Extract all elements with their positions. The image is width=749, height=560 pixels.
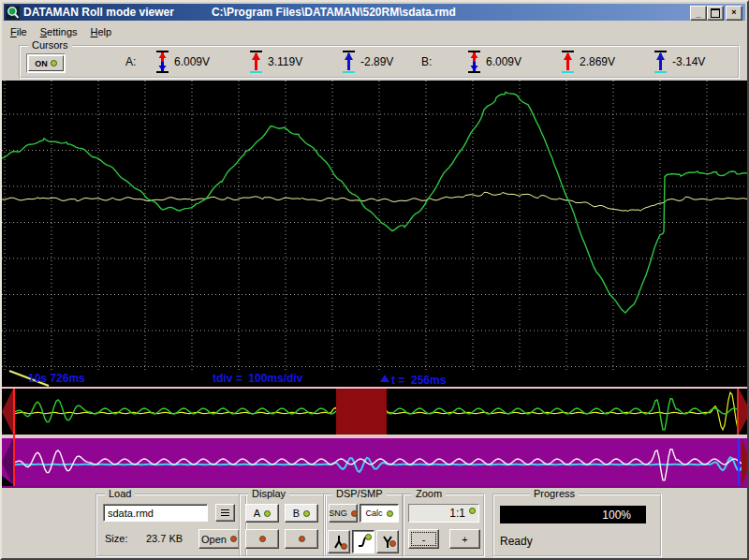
overview-waveforms-2 [2, 438, 749, 486]
overview-strip-main[interactable] [2, 389, 749, 435]
display-caption: Display [248, 488, 289, 499]
load-group: Load Size: 23.7 KB Open [95, 494, 247, 557]
display-group: Display A B [239, 494, 327, 557]
calc-button[interactable]: Calc [360, 504, 399, 523]
channel-a-label: A [254, 508, 260, 519]
interp-smooth-button[interactable] [352, 530, 374, 553]
zoom-out-button[interactable]: - [408, 529, 439, 549]
close-button[interactable]: × [726, 6, 742, 21]
cursors-on-label: ON [35, 59, 48, 68]
zoom-ratio-value: 1:1 [449, 507, 465, 520]
zoom-led-icon [469, 508, 476, 514]
cursor-b-label: B: [421, 55, 432, 68]
red-max-arrow-icon [560, 50, 576, 74]
app-magnifier-icon [6, 6, 20, 20]
zoom-in-label: + [462, 534, 467, 545]
blue-min-arrow-icon [653, 50, 668, 74]
red-max-arrow-icon [248, 50, 264, 74]
title-bar: DATAMAN Roll mode viewer C:\Program File… [4, 4, 745, 21]
interp-step-button[interactable] [328, 530, 350, 553]
window-title: DATAMAN Roll mode viewer [23, 6, 174, 19]
channel-c-button[interactable] [245, 529, 279, 549]
menu-settings[interactable]: Settings [34, 24, 84, 39]
cursor-b-position-line[interactable] [738, 438, 740, 486]
cursor-b-min-value: -3.14V [672, 55, 705, 68]
ready-status: Ready [500, 535, 533, 548]
progress-group: Progress 100% Ready [492, 494, 662, 557]
right-marker-line [737, 389, 739, 435]
size-label: Size: [105, 533, 127, 544]
delta-icon [380, 375, 389, 382]
status-tdiv: tdiv = 100ms/div [213, 372, 302, 385]
cursor-b-pp-value: 6.009V [486, 55, 521, 68]
sng-label: SNG [329, 508, 347, 518]
close-icon: × [731, 7, 736, 17]
open-led-icon [230, 536, 237, 542]
zoom-ratio-display: 1:1 [408, 504, 479, 523]
interp-smooth-led-icon [365, 534, 372, 540]
scope-waveforms [2, 81, 749, 370]
window-title-path: C:\Program Files\DATAMAN\520RM\sdata.rmd [212, 6, 456, 19]
file-list-button[interactable] [215, 504, 235, 522]
calc-label: Calc [365, 508, 382, 518]
interp-step-led-icon [341, 543, 347, 550]
channel-b-label: B [293, 508, 300, 519]
zoom-out-label: - [422, 534, 426, 545]
app-window: DATAMAN Roll mode viewer C:\Program File… [0, 0, 749, 560]
status-delta-t: t = 256ms [380, 372, 391, 385]
channel-d-button[interactable] [285, 529, 318, 549]
menu-help[interactable]: Help [84, 24, 119, 39]
cursors-on-button[interactable]: ON [28, 55, 64, 71]
interp-linear-button[interactable] [376, 530, 399, 553]
status-time: 10s 726ms [28, 372, 85, 385]
cursors-caption: Cursors [28, 39, 72, 51]
cursor-a-position-line[interactable] [13, 389, 15, 486]
cursors-group: Cursors ON A: 6.009V 3.119V [19, 45, 740, 79]
channel-a-button[interactable]: A [245, 504, 279, 523]
selection-region[interactable] [336, 389, 387, 435]
sng-led-icon [351, 510, 358, 517]
menu-bar: File Settings Help [4, 22, 745, 40]
cursors-on-led-icon [51, 60, 57, 66]
progress-bar: 100% [500, 506, 646, 523]
blue-min-arrow-icon [341, 50, 357, 74]
channel-d-led-icon [299, 536, 305, 542]
calc-led-icon [387, 510, 393, 517]
maximize-icon [711, 8, 720, 18]
channel-a-led-icon [264, 510, 271, 517]
zoom-caption: Zoom [412, 488, 446, 499]
list-lines-icon [221, 508, 229, 518]
scope-display [2, 81, 749, 370]
minimize-icon: _ [696, 9, 700, 19]
interp-linear-led-icon [389, 540, 396, 547]
progress-percent: 100% [602, 508, 631, 522]
cursor-a-label: A: [125, 55, 136, 68]
channel-b-led-icon [303, 510, 310, 517]
maximize-button[interactable] [707, 6, 724, 21]
cursor-a-min-value: -2.89V [360, 55, 393, 68]
progress-caption: Progress [530, 488, 579, 499]
size-value: 23.7 KB [146, 533, 183, 544]
zoom-in-button[interactable]: + [449, 529, 480, 549]
cursor-b-max-value: 2.869V [580, 55, 615, 68]
minimize-button[interactable]: _ [690, 6, 707, 21]
channel-c-led-icon [259, 536, 266, 542]
dsp-smp-group: DSP/SMP SNG Calc [323, 494, 404, 557]
filename-input[interactable] [103, 504, 208, 522]
cursor-a-pp-value: 6.009V [174, 55, 210, 68]
channel-b-button[interactable]: B [285, 504, 318, 523]
menu-file[interactable]: File [4, 24, 34, 39]
overview-strip-secondary[interactable] [2, 438, 749, 486]
open-label: Open [201, 534, 227, 545]
open-button[interactable]: Open [198, 529, 240, 549]
control-panel: Load Size: 23.7 KB Open Display A B [2, 488, 749, 560]
dsp-caption: DSP/SMP [332, 488, 387, 499]
cursor-a-max-value: 3.119V [268, 55, 302, 68]
time-status-bar: 10s 726ms tdiv = 100ms/div t = 256ms [2, 370, 749, 387]
sng-button[interactable]: SNG [329, 504, 358, 523]
load-caption: Load [105, 488, 135, 499]
peak-to-peak-arrow-icon [466, 50, 482, 74]
zoom-group: Zoom 1:1 - + [403, 494, 485, 557]
peak-to-peak-arrow-icon [154, 50, 170, 74]
